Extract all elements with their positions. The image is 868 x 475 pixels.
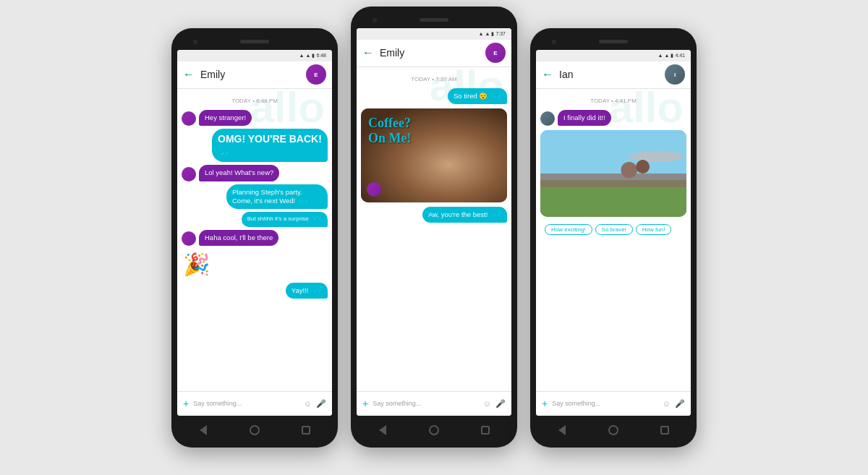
bubble-2-1: So tired 😴 ✓✓ — [448, 88, 507, 104]
coffee-image-2: Coffee?On Me! — [361, 108, 507, 202]
status-bar-3: ▲ ▲ ▮ 4:41 — [536, 50, 691, 61]
svg-rect-2 — [540, 174, 686, 187]
phone-bottom-3 — [536, 419, 691, 439]
contact-name-3: Ian — [559, 69, 665, 80]
home-nav-2[interactable] — [427, 423, 441, 437]
wifi-icon-3: ▲ — [658, 53, 663, 58]
phone-speaker-3 — [599, 40, 628, 43]
phone-3: ▲ ▲ ▮ 4:41 ← Ian I allo TODAY • 4:41 PM … — [530, 28, 697, 448]
msg-row-1-3: Lol yeah! What's new? — [182, 165, 328, 181]
mic-icon-1[interactable]: 🎤 — [316, 399, 326, 408]
status-bar-1: ▲ ▲ ▮ 6:48 — [177, 50, 332, 61]
back-nav-3[interactable] — [555, 423, 569, 437]
input-icons-3: ☺ 🎤 — [663, 399, 685, 408]
phone-bottom-1 — [177, 419, 332, 439]
signal-icon-3: ▲ — [664, 53, 669, 58]
bubble-2-3: Aw, you're the best! ✓✓ — [422, 207, 507, 223]
back-button-3[interactable]: ← — [542, 68, 553, 81]
back-button-2[interactable]: ← — [362, 46, 374, 59]
bubble-1-8: Yay!!! ✓✓ — [286, 283, 328, 299]
add-button-1[interactable]: + — [183, 398, 189, 409]
app-header-3: ← Ian I — [536, 61, 691, 89]
input-bar-2: + Say something... ☺ 🎤 — [357, 391, 511, 416]
contact-avatar-3[interactable]: I — [665, 64, 685, 85]
avatar-1-3 — [182, 167, 196, 181]
home-nav-1[interactable] — [247, 423, 262, 437]
bubble-1-3: Lol yeah! What's new? — [199, 165, 279, 181]
add-button-2[interactable]: + — [362, 398, 368, 409]
msg-row-1-7: 🎉 — [182, 249, 328, 280]
avatar-1-6 — [182, 231, 196, 246]
msg-row-1-6: Haha cool, I'll be there — [182, 230, 328, 246]
input-field-3[interactable]: Say something... — [552, 400, 658, 407]
back-nav-1[interactable] — [196, 423, 210, 437]
sticker-1: 🎉 — [182, 249, 211, 280]
recent-nav-2[interactable] — [478, 423, 493, 437]
bubble-1-6: Haha cool, I'll be there — [199, 230, 278, 246]
add-button-3[interactable]: + — [542, 398, 548, 409]
chat-area-3: TODAY • 4:41 PM I finally did it!! — [536, 89, 691, 391]
battery-icon-2: ▮ — [491, 31, 494, 37]
avatar-3-1 — [540, 111, 555, 126]
timestamp-2: TODAY • 7:37 AM — [361, 76, 507, 82]
status-icons-1: ▲ ▲ ▮ 6:48 — [299, 53, 327, 59]
contact-name-1: Emily — [200, 69, 306, 80]
input-field-2[interactable]: Say something... — [373, 400, 479, 407]
app-header-1: ← Emily E — [177, 61, 332, 89]
battery-icon-1: ▮ — [312, 53, 315, 59]
timestamp-3: TODAY • 4:41 PM — [540, 98, 686, 104]
emoji-icon-3[interactable]: ☺ — [663, 399, 671, 408]
handwriting-text-2: Coffee?On Me! — [368, 116, 411, 147]
app-header-2: ← Emily E — [357, 40, 511, 67]
skydive-svg-3 — [540, 130, 686, 217]
emoji-icon-1[interactable]: ☺ — [304, 399, 312, 408]
input-bar-3: + Say something... ☺ 🎤 — [536, 391, 691, 416]
back-nav-2[interactable] — [375, 423, 390, 437]
msg-row-2-1: So tired 😴 ✓✓ — [361, 88, 507, 104]
time-3: 4:41 — [675, 53, 685, 58]
contact-avatar-1[interactable]: E — [306, 64, 326, 85]
msg-row-2-3: Aw, you're the best! ✓✓ — [361, 207, 507, 223]
timestamp-1: TODAY • 6:48 PM — [182, 98, 328, 104]
phone-top-bar-3 — [536, 37, 691, 47]
recent-nav-3[interactable] — [658, 423, 672, 437]
phone-screen-1: ▲ ▲ ▮ 6:48 ← Emily E allo TODAY • 6:48 P… — [177, 50, 332, 416]
status-icons-3: ▲ ▲ ▮ 4:41 — [658, 53, 686, 59]
sender-avatar-2 — [367, 182, 381, 197]
phone-2: ▲ ▲ ▮ 7:37 ← Emily E allo TODAY • 7:37 A… — [351, 7, 517, 448]
phone-camera-1 — [193, 40, 197, 44]
phone-bottom-2 — [357, 419, 511, 439]
home-nav-3[interactable] — [606, 423, 621, 437]
input-field-1[interactable]: Say something... — [193, 400, 299, 407]
msg-row-1-1: Hey stranger! — [182, 110, 328, 126]
phone-camera-3 — [552, 40, 556, 44]
svg-point-3 — [629, 151, 684, 162]
phone-speaker-2 — [420, 18, 448, 22]
phones-container: ▲ ▲ ▮ 6:48 ← Emily E allo TODAY • 6:48 P… — [171, 0, 697, 475]
signal-icon-2: ▲ — [485, 31, 490, 36]
mic-icon-2[interactable]: 🎤 — [495, 399, 506, 408]
svg-point-4 — [621, 162, 637, 179]
smart-reply-exciting[interactable]: How exciting! — [545, 224, 592, 235]
bubble-1-1: Hey stranger! — [199, 110, 252, 126]
wifi-icon-1: ▲ — [299, 53, 305, 58]
input-icons-1: ☺ 🎤 — [304, 399, 326, 408]
status-bar-2: ▲ ▲ ▮ 7:37 — [357, 28, 511, 40]
input-bar-1: + Say something... ☺ 🎤 — [177, 391, 332, 416]
bubble-1-4: Planning Steph's party. Come, it's next … — [226, 184, 328, 210]
mic-icon-3[interactable]: 🎤 — [675, 399, 685, 408]
phone-top-bar-1 — [177, 37, 332, 47]
smart-reply-brave[interactable]: So brave! — [595, 224, 633, 235]
svg-point-5 — [636, 160, 650, 174]
image-message-2: Coffee?On Me! — [361, 108, 507, 202]
emoji-icon-2[interactable]: ☺ — [483, 399, 491, 408]
phone-top-bar-2 — [357, 15, 511, 25]
back-button-1[interactable]: ← — [183, 68, 195, 81]
battery-icon-3: ▮ — [671, 53, 673, 59]
bubble-1-2: OMG! YOU'RE BACK! ✓✓ — [212, 129, 328, 162]
smart-reply-fun[interactable]: How fun! — [636, 224, 672, 235]
chat-area-2: TODAY • 7:37 AM So tired 😴 ✓✓ Coffee?On … — [357, 67, 511, 391]
contact-avatar-2[interactable]: E — [485, 43, 506, 63]
recent-nav-1[interactable] — [299, 423, 313, 437]
chat-area-1: TODAY • 6:48 PM Hey stranger! OMG! YOU'R… — [177, 89, 332, 391]
